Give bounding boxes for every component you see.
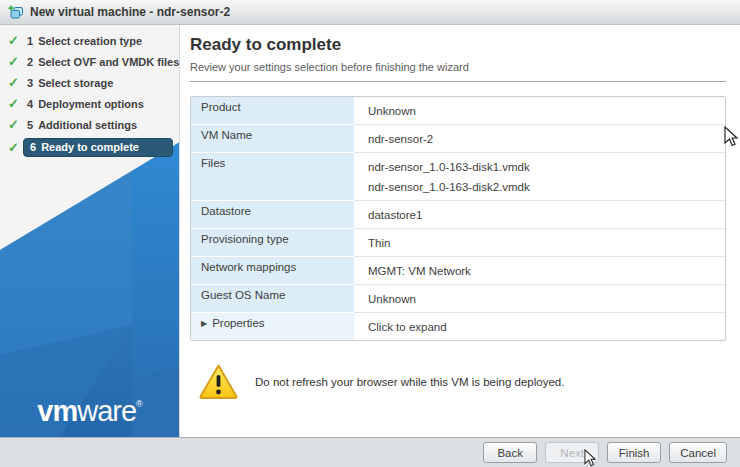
- row-value: ndr-sensor-2: [368, 129, 717, 149]
- step-label: Select creation type: [38, 35, 142, 47]
- table-row-datastore: Datastore datastore1: [191, 201, 725, 229]
- step-number: 2: [27, 56, 33, 68]
- step-label: Select storage: [38, 77, 113, 89]
- expand-arrow-icon: ▶: [201, 317, 207, 331]
- window-titlebar: New virtual machine - ndr-sensor-2: [0, 0, 740, 25]
- new-vm-icon: [8, 5, 24, 20]
- row-key: Network mappings: [191, 257, 354, 285]
- next-button[interactable]: Next: [545, 442, 599, 463]
- page-title: Ready to complete: [190, 35, 726, 55]
- back-button[interactable]: Back: [483, 442, 537, 463]
- step-number: 1: [27, 35, 33, 47]
- table-row-provisioning-type: Provisioning type Thin: [191, 229, 725, 257]
- check-icon: ✓: [8, 34, 23, 48]
- page-subtitle: Review your settings selection before fi…: [190, 61, 726, 73]
- wizard-steps-sidebar: ✓ 1Select creation type ✓ 2Select OVF an…: [0, 25, 180, 437]
- row-value: Unknown: [368, 289, 717, 309]
- check-icon: ✓: [8, 118, 23, 132]
- step-label: Select OVF and VMDK files: [38, 56, 179, 68]
- row-value: Click to expand: [368, 317, 717, 337]
- table-row-properties[interactable]: ▶Properties Click to expand: [191, 313, 725, 340]
- table-row-guest-os-name: Guest OS Name Unknown: [191, 285, 725, 313]
- cancel-button[interactable]: Cancel: [669, 442, 727, 463]
- sidebar-step-additional-settings[interactable]: ✓ 5Additional settings: [8, 117, 173, 133]
- sidebar-step-select-ovf-vmdk[interactable]: ✓ 2Select OVF and VMDK files: [8, 54, 173, 70]
- step-label: Ready to complete: [41, 141, 139, 153]
- wizard-footer: Back Next Finish Cancel: [0, 437, 740, 467]
- settings-summary-table: Product Unknown VM Name ndr-sensor-2 Fil…: [190, 96, 726, 341]
- row-key: Product: [191, 97, 354, 125]
- row-value: Thin: [368, 233, 717, 253]
- finish-button[interactable]: Finish: [607, 442, 661, 463]
- section-divider: [190, 81, 726, 82]
- table-row-files: Files ndr-sensor_1.0-163-disk1.vmdk ndr-…: [191, 153, 725, 201]
- table-row-product: Product Unknown: [191, 97, 725, 125]
- warning-text: Do not refresh your browser while this V…: [255, 376, 564, 388]
- wizard-content: Ready to complete Review your settings s…: [180, 25, 740, 437]
- table-row-vm-name: VM Name ndr-sensor-2: [191, 125, 725, 153]
- row-key: Properties: [212, 317, 264, 329]
- wizard-step-list: ✓ 1Select creation type ✓ 2Select OVF an…: [0, 25, 179, 157]
- row-key: Files: [191, 153, 354, 201]
- row-key: Provisioning type: [191, 229, 354, 257]
- row-value: ndr-sensor_1.0-163-disk1.vmdk: [368, 157, 717, 177]
- row-value: Unknown: [368, 101, 717, 121]
- deploy-warning: Do not refresh your browser while this V…: [198, 363, 726, 400]
- check-icon: ✓: [8, 76, 23, 90]
- sidebar-step-ready-to-complete[interactable]: ✓ 6Ready to complete: [8, 138, 173, 157]
- vmware-logo: vmware®: [0, 397, 180, 426]
- table-row-network-mappings: Network mappings MGMT: VM Network: [191, 257, 725, 285]
- sidebar-step-deployment-options[interactable]: ✓ 4Deployment options: [8, 96, 173, 112]
- new-vm-wizard-window: New virtual machine - ndr-sensor-2: [0, 0, 740, 467]
- row-key: Guest OS Name: [191, 285, 354, 313]
- row-value: datastore1: [368, 205, 717, 225]
- step-number: 3: [27, 77, 33, 89]
- check-icon: ✓: [8, 55, 23, 69]
- row-key: Datastore: [191, 201, 354, 229]
- step-number: 4: [27, 98, 33, 110]
- step-number: 6: [30, 141, 36, 153]
- row-value: ndr-sensor_1.0-163-disk2.vmdk: [368, 177, 717, 197]
- sidebar-step-select-storage[interactable]: ✓ 3Select storage: [8, 75, 173, 91]
- warning-icon: [198, 363, 239, 400]
- sidebar-step-select-creation-type[interactable]: ✓ 1Select creation type: [8, 33, 173, 49]
- row-value: MGMT: VM Network: [368, 261, 717, 281]
- check-icon: ✓: [8, 97, 23, 111]
- step-number: 5: [27, 119, 33, 131]
- step-label: Additional settings: [38, 119, 137, 131]
- check-icon: ✓: [8, 141, 23, 155]
- row-key: VM Name: [191, 125, 354, 153]
- step-label: Deployment options: [38, 98, 144, 110]
- window-title: New virtual machine - ndr-sensor-2: [30, 5, 230, 19]
